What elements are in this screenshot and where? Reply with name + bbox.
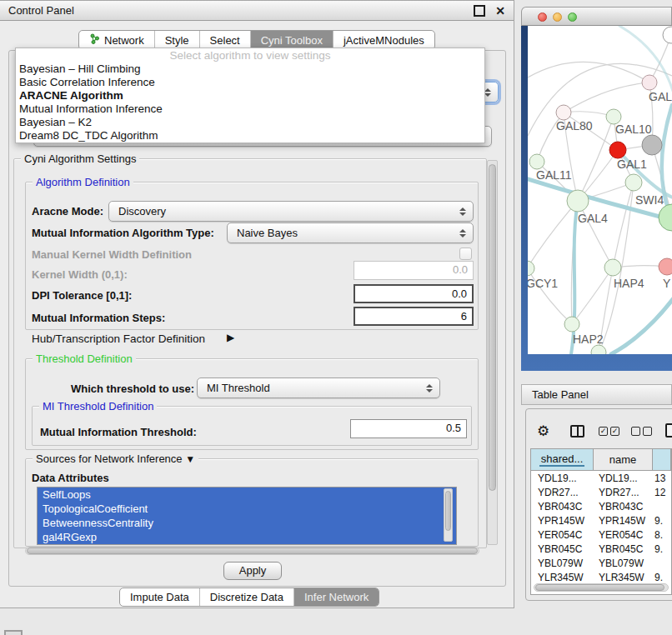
- table-row[interactable]: YDL19...YDL19...13: [531, 471, 671, 485]
- table-cell: 9.: [653, 572, 671, 583]
- aracne-mode-value: Discovery: [118, 205, 166, 218]
- network-edge[interactable]: [572, 268, 613, 324]
- tab-style[interactable]: Style: [154, 31, 199, 49]
- expand-expanded-icon[interactable]: ▼: [185, 453, 195, 465]
- network-node-swi4[interactable]: [625, 174, 642, 191]
- mi-algorithm-type-label: Mutual Information Algorithm Type:: [32, 227, 214, 239]
- tab-label: Impute Data: [130, 591, 189, 603]
- kernel-width-field[interactable]: 0.0: [354, 261, 474, 280]
- network-node[interactable]: [663, 27, 672, 43]
- column-header-shared[interactable]: shared...: [531, 449, 594, 470]
- attribute-item-gal4rgexp[interactable]: gal4RGexp: [38, 530, 456, 544]
- table-row[interactable]: YBL079WYBL079W: [531, 556, 671, 570]
- table-row[interactable]: YBR045CYBR045C9.: [531, 542, 671, 556]
- table-cell: YPR145W: [594, 515, 653, 527]
- network-node-gcy1[interactable]: [528, 261, 534, 276]
- manual-kernel-checkbox[interactable]: [459, 248, 472, 260]
- attribute-item-selfloops[interactable]: SelfLoops: [38, 488, 456, 502]
- table-horizontal-scrollbar[interactable]: [534, 583, 669, 592]
- checkbox-checked-icon[interactable]: ✓: [599, 427, 608, 436]
- control-panel-titlebar: Control Panel ✕: [0, 1, 514, 21]
- table-row[interactable]: YER054CYER054C8.: [531, 528, 671, 542]
- dpi-tolerance-field[interactable]: 0.0: [354, 284, 474, 303]
- checkbox-unchecked-icon[interactable]: [643, 427, 652, 436]
- close-window-icon[interactable]: [538, 12, 547, 22]
- network-edge[interactable]: [528, 62, 649, 82]
- attributes-scrollbar[interactable]: [444, 488, 453, 542]
- which-threshold-combo[interactable]: MI Threshold: [197, 378, 440, 398]
- dpi-tolerance-label: DPI Tolerance [0,1]:: [32, 289, 132, 302]
- network-edge[interactable]: [564, 82, 649, 112]
- data-attributes-list[interactable]: SelfLoopsTopologicalCoefficientBetweenne…: [37, 487, 457, 545]
- table-cell: YLR345W: [531, 572, 594, 583]
- attribute-item-betweennesscentrality[interactable]: BetweennessCentrality: [38, 516, 456, 530]
- network-node-gal1[interactable]: [609, 142, 626, 158]
- attribute-item-topologicalcoefficient[interactable]: TopologicalCoefficient: [38, 502, 456, 516]
- table-row[interactable]: YLR345WYLR345W9.: [531, 570, 671, 584]
- node-table: shared...name YDL19...YDL19...13YDR27...…: [530, 448, 672, 595]
- gear-icon[interactable]: ⚙: [537, 424, 549, 438]
- network-edge[interactable]: [528, 201, 578, 268]
- algorithm-option-bayesian-hill-climbing[interactable]: Bayesian – Hill Climbing: [16, 62, 484, 76]
- tab-infer-network[interactable]: Infer Network: [293, 588, 379, 606]
- aracne-mode-combo[interactable]: Discovery: [108, 201, 474, 222]
- zoom-window-icon[interactable]: [568, 12, 577, 22]
- settings-vertical-scrollbar[interactable]: [487, 160, 498, 545]
- float-panel-icon[interactable]: [474, 5, 485, 17]
- new-table-icon[interactable]: [665, 423, 672, 438]
- tab-jactivemnodules[interactable]: jActiveMNodules: [333, 31, 434, 49]
- table-row[interactable]: YBR043CYBR043C: [531, 499, 671, 513]
- settings-horizontal-scrollbar[interactable]: [25, 547, 479, 555]
- network-edge[interactable]: [613, 182, 634, 268]
- network-node-gal80[interactable]: [556, 105, 571, 120]
- network-node-gal11[interactable]: [529, 154, 544, 169]
- tab-cyni-toolbox[interactable]: Cyni Toolbox: [250, 31, 333, 49]
- tab-label: Style: [165, 34, 189, 47]
- algorithm-option-basic-correlation-inference[interactable]: Basic Correlation Inference: [16, 76, 484, 89]
- cyni-bottom-tabs: Impute DataDiscretize DataInfer Network: [119, 588, 379, 607]
- tab-impute-data[interactable]: Impute Data: [120, 588, 199, 606]
- algorithm-option-aracne-algorithm[interactable]: ARACNE Algorithm: [16, 89, 484, 102]
- network-node-gal4[interactable]: [567, 190, 589, 212]
- network-node-gal[interactable]: [642, 75, 657, 90]
- algorithm-option-dream8-dc-tdc-algorithm[interactable]: Dream8 DC_TDC Algorithm: [16, 129, 484, 142]
- expand-collapsed-icon[interactable]: ▶: [227, 332, 234, 343]
- manual-kernel-label: Manual Kernel Width Definition: [32, 248, 192, 261]
- apply-button[interactable]: Apply: [223, 562, 282, 580]
- network-canvas[interactable]: GALGAL80GAL10GAL1GAL11SWI4GAL4GCY1HAP4YH…: [528, 26, 672, 354]
- mi-steps-field[interactable]: 6: [354, 307, 474, 326]
- network-node-hap2[interactable]: [564, 317, 579, 332]
- network-node[interactable]: [642, 135, 662, 155]
- checkbox-unchecked-icon[interactable]: [631, 427, 640, 436]
- column-layout-icon[interactable]: [570, 425, 584, 438]
- network-node[interactable]: [659, 204, 672, 231]
- table-cell: YBR045C: [531, 543, 594, 555]
- checkbox-checked-icon[interactable]: ✓: [610, 427, 619, 436]
- network-node-hap4[interactable]: [604, 259, 621, 276]
- network-node-label: Y: [663, 277, 671, 290]
- hub-definition-label[interactable]: Hub/Transcription Factor Definition: [32, 332, 205, 345]
- close-panel-icon[interactable]: ✕: [495, 7, 505, 15]
- algorithm-option-mutual-information-inference[interactable]: Mutual Information Inference: [16, 102, 484, 116]
- mi-threshold-field[interactable]: 0.5: [350, 419, 467, 438]
- tab-discretize-data[interactable]: Discretize Data: [199, 588, 293, 606]
- network-node[interactable]: [591, 345, 606, 354]
- network-node-y[interactable]: [659, 258, 672, 275]
- algorithm-option-bayesian-k2[interactable]: Bayesian – K2: [16, 116, 484, 129]
- network-edge[interactable]: [578, 201, 613, 268]
- minimize-window-icon[interactable]: [553, 12, 562, 22]
- algorithm-dropdown-list: Select algorithm to view settings Bayesi…: [15, 48, 485, 143]
- table-cell: 8.: [653, 529, 671, 541]
- dropdown-prompt: Select algorithm to view settings: [16, 49, 484, 62]
- tab-network[interactable]: Network: [79, 31, 154, 49]
- column-header-cut[interactable]: [653, 449, 671, 470]
- tab-select[interactable]: Select: [199, 31, 250, 49]
- network-edge-highlighted[interactable]: [611, 299, 672, 354]
- table-row[interactable]: YDR27...YDR27...12: [531, 485, 671, 499]
- mi-algorithm-type-combo[interactable]: Naive Bayes: [227, 222, 474, 243]
- table-row[interactable]: YPR145WYPR145W9.: [531, 513, 671, 528]
- column-header-name[interactable]: name: [594, 449, 653, 470]
- table-cell: 9.: [653, 543, 671, 555]
- aracne-mode-label: Aracne Mode:: [32, 205, 103, 218]
- hidden-panel-icon[interactable]: [4, 630, 23, 635]
